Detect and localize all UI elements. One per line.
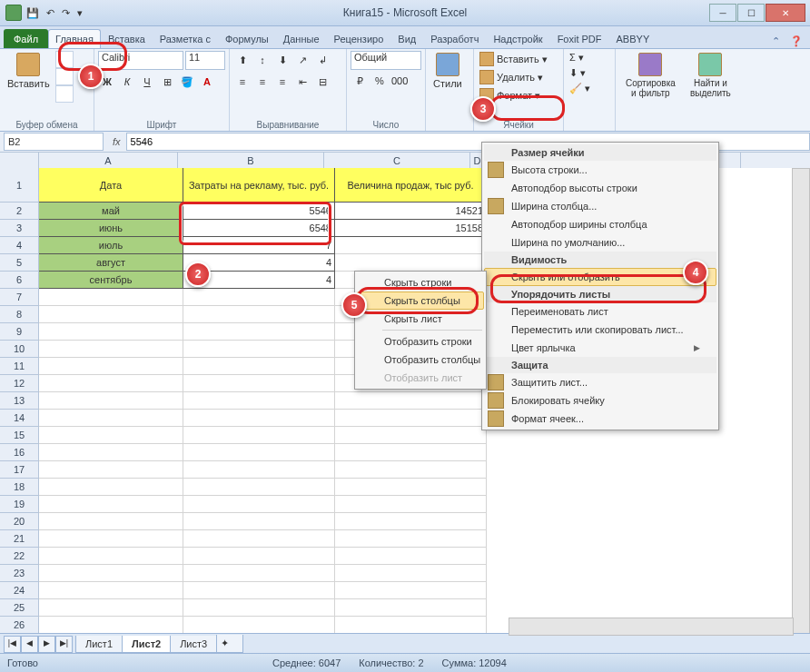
row-header[interactable]: 15 bbox=[0, 427, 39, 444]
currency-icon[interactable]: ₽ bbox=[351, 72, 369, 90]
menu-lock-cell[interactable]: Блокировать ячейку bbox=[484, 391, 716, 410]
cell[interactable]: 7 bbox=[183, 237, 335, 254]
cell[interactable] bbox=[335, 237, 487, 254]
row-header[interactable]: 8 bbox=[0, 306, 39, 323]
maximize-button[interactable]: ☐ bbox=[737, 4, 765, 22]
row-header[interactable]: 12 bbox=[0, 375, 39, 392]
menu-row-height[interactable]: Высота строки... bbox=[484, 161, 716, 179]
underline-button[interactable]: Ч bbox=[138, 73, 156, 91]
row-header[interactable]: 6 bbox=[0, 272, 39, 289]
percent-icon[interactable]: % bbox=[370, 72, 389, 90]
styles-button[interactable]: Стили bbox=[430, 51, 466, 91]
row-header[interactable]: 26 bbox=[0, 617, 39, 634]
sheet-nav-last[interactable]: ▶| bbox=[55, 636, 73, 653]
wrap-text-icon[interactable]: ↲ bbox=[313, 51, 331, 69]
sheet-nav-next[interactable]: ▶ bbox=[38, 636, 55, 653]
cell[interactable]: сентябрь bbox=[39, 272, 183, 289]
number-format-select[interactable]: Общий bbox=[351, 51, 421, 70]
paste-button[interactable]: Вставить bbox=[4, 51, 54, 91]
ribbon-minimize-icon[interactable]: ⌃ bbox=[772, 35, 785, 48]
align-left-icon[interactable]: ≡ bbox=[233, 73, 252, 91]
font-color-icon[interactable]: А bbox=[198, 73, 216, 91]
border-icon[interactable]: ⊞ bbox=[158, 73, 176, 91]
submenu-hide-sheet[interactable]: Скрыть лист bbox=[357, 310, 484, 328]
submenu-show-cols[interactable]: Отобразить столбцы bbox=[357, 351, 484, 369]
menu-autofit-col[interactable]: Автоподбор ширины столбца bbox=[484, 215, 716, 233]
merge-icon[interactable]: ⊟ bbox=[313, 73, 331, 91]
find-select-button[interactable]: Найти и выделить bbox=[684, 51, 737, 100]
row-header[interactable]: 10 bbox=[0, 341, 39, 358]
sheet-tab-1[interactable]: Лист1 bbox=[75, 636, 123, 653]
align-right-icon[interactable]: ≡ bbox=[273, 73, 291, 91]
tab-review[interactable]: Рецензиро bbox=[327, 29, 391, 48]
fill-color-icon[interactable]: 🪣 bbox=[178, 73, 196, 91]
row-header[interactable]: 11 bbox=[0, 358, 39, 375]
tab-abbyy[interactable]: ABBYY bbox=[609, 29, 657, 48]
redo-icon[interactable]: ↷ bbox=[59, 5, 73, 21]
menu-protect-sheet[interactable]: Защитить лист... bbox=[484, 373, 716, 391]
submenu-hide-rows[interactable]: Скрыть строки bbox=[357, 273, 484, 292]
cut-icon[interactable] bbox=[55, 51, 74, 68]
close-button[interactable]: ✕ bbox=[766, 4, 805, 22]
cell[interactable]: Дата bbox=[39, 168, 183, 203]
orientation-icon[interactable]: ↗ bbox=[293, 51, 311, 69]
fx-icon[interactable]: fx bbox=[107, 136, 126, 147]
row-header[interactable]: 19 bbox=[0, 496, 39, 513]
italic-button[interactable]: К bbox=[118, 73, 136, 91]
row-header[interactable]: 21 bbox=[0, 530, 39, 548]
row-header[interactable]: 18 bbox=[0, 479, 39, 496]
autosum-icon[interactable]: Σ ▾ bbox=[568, 51, 592, 64]
font-select[interactable]: Calibri bbox=[98, 51, 183, 70]
row-header[interactable]: 13 bbox=[0, 392, 39, 410]
menu-rename-sheet[interactable]: Переименовать лист bbox=[484, 302, 716, 321]
row-header[interactable]: 7 bbox=[0, 289, 39, 306]
font-size-select[interactable]: 11 bbox=[185, 51, 225, 70]
clear-icon[interactable]: 🧹 ▾ bbox=[568, 82, 592, 95]
tab-view[interactable]: Вид bbox=[390, 29, 423, 48]
row-header[interactable]: 9 bbox=[0, 323, 39, 341]
tab-formulas[interactable]: Формулы bbox=[218, 29, 276, 48]
tab-addins[interactable]: Надстройк bbox=[486, 29, 549, 48]
indent-dec-icon[interactable]: ⇤ bbox=[293, 73, 311, 91]
new-sheet-button[interactable]: ✦ bbox=[216, 635, 243, 653]
save-icon[interactable]: 💾 bbox=[24, 5, 42, 21]
copy-icon[interactable] bbox=[55, 68, 74, 85]
sheet-tab-3[interactable]: Лист3 bbox=[170, 636, 217, 653]
cell[interactable]: июнь bbox=[39, 220, 183, 237]
cell[interactable]: 6548 bbox=[183, 220, 335, 237]
qat-menu-icon[interactable]: ▾ bbox=[74, 5, 85, 21]
row-header[interactable]: 1 bbox=[0, 168, 39, 203]
help-icon[interactable]: ❓ bbox=[790, 35, 803, 48]
row-header[interactable]: 4 bbox=[0, 237, 39, 254]
row-header[interactable]: 5 bbox=[0, 254, 39, 272]
fill-icon[interactable]: ⬇ ▾ bbox=[568, 66, 592, 80]
cell[interactable]: 5546 bbox=[183, 203, 335, 220]
excel-icon[interactable] bbox=[5, 5, 22, 21]
align-bottom-icon[interactable]: ⬇ bbox=[273, 51, 291, 69]
undo-icon[interactable]: ↶ bbox=[44, 5, 57, 21]
cell[interactable] bbox=[335, 254, 487, 272]
row-header[interactable]: 14 bbox=[0, 410, 39, 427]
format-painter-icon[interactable] bbox=[55, 85, 74, 103]
vertical-scrollbar[interactable] bbox=[792, 168, 810, 634]
menu-hide-show[interactable]: Скрыть или отобразить▶ bbox=[484, 268, 716, 286]
sheet-nav-prev[interactable]: ◀ bbox=[21, 636, 38, 653]
tab-developer[interactable]: Разработч bbox=[423, 29, 486, 48]
cell[interactable]: 14521 bbox=[335, 203, 487, 220]
tab-layout[interactable]: Разметка с bbox=[153, 29, 218, 48]
cell[interactable]: Затраты на рекламу, тыс. руб. bbox=[183, 168, 335, 203]
align-middle-icon[interactable]: ↕ bbox=[253, 51, 272, 69]
row-header[interactable]: 23 bbox=[0, 565, 39, 582]
comma-icon[interactable]: 000 bbox=[390, 72, 409, 90]
cell[interactable]: 15158 bbox=[335, 220, 487, 237]
sort-filter-button[interactable]: Сортировка и фильтр bbox=[619, 51, 682, 100]
cell[interactable]: май bbox=[39, 203, 183, 220]
row-header[interactable]: 20 bbox=[0, 513, 39, 530]
tab-data[interactable]: Данные bbox=[276, 29, 327, 48]
row-header[interactable]: 22 bbox=[0, 548, 39, 565]
insert-cells-button[interactable]: Вставить▾ bbox=[478, 51, 549, 67]
menu-default-width[interactable]: Ширина по умолчанию... bbox=[484, 233, 716, 252]
menu-format-cells[interactable]: Формат ячеек... bbox=[484, 410, 716, 428]
tab-insert[interactable]: Вставка bbox=[101, 29, 153, 48]
cell[interactable]: август bbox=[39, 254, 183, 272]
